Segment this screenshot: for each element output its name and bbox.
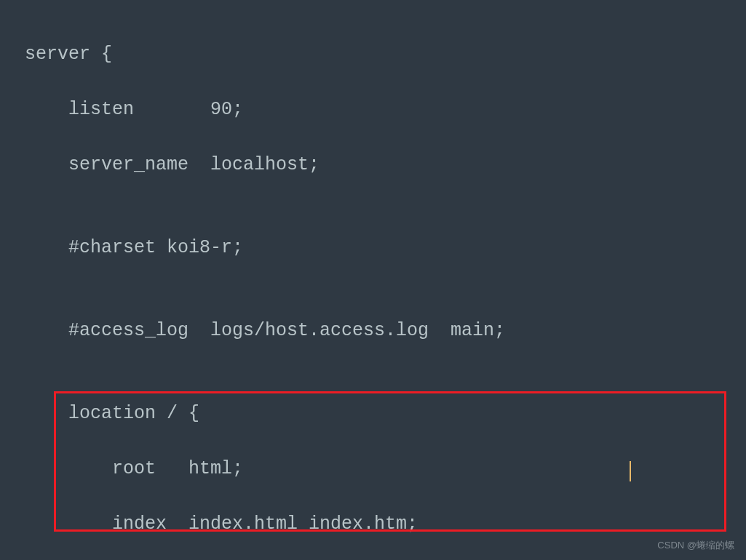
code-line: listen 90; [25, 96, 746, 124]
code-block: server { listen 90; server_name localhos… [25, 13, 746, 560]
code-line: location / { [25, 400, 746, 428]
code-line: #access_log logs/host.access.log main; [25, 317, 746, 345]
code-line: server { [25, 41, 746, 68]
code-line: root html; [25, 455, 746, 483]
code-line: #charset koi8-r; [25, 234, 746, 262]
text-cursor [630, 461, 631, 481]
code-line: server_name localhost; [25, 151, 746, 179]
watermark: CSDN @蜷缩的螺 [657, 538, 734, 553]
code-line: index index.html index.htm; [25, 511, 746, 538]
